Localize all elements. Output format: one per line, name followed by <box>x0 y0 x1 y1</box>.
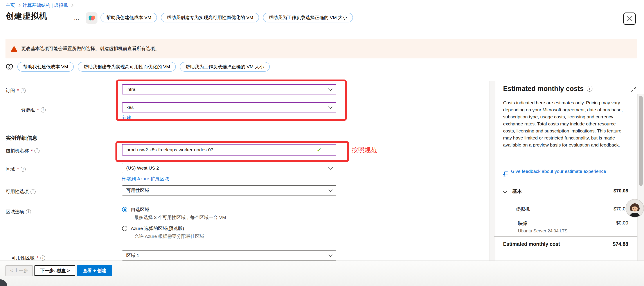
suggest-low-cost-vm-button[interactable]: 帮助我创建低成本 VM <box>17 62 74 72</box>
previous-step-button[interactable]: < 上一步 <box>6 265 33 276</box>
cost-disclaimer: Costs indicated here are estimates only.… <box>503 99 627 148</box>
wizard-footer: < 上一步 下一步: 磁盘 > 查看 + 创建 <box>0 260 644 286</box>
subscription-dropdown[interactable]: infra <box>122 84 336 94</box>
collapse-panel-icon[interactable] <box>630 86 637 93</box>
region-label: 区域 * <box>6 166 26 172</box>
cost-panel-title: Estimated monthly costs <box>503 85 584 93</box>
total-cost-amount: $74.88 <box>613 241 628 247</box>
cost-group-label[interactable]: 基本 <box>512 188 522 195</box>
required-marker: * <box>37 255 38 260</box>
vm-name-label-text: 虚拟机名称 <box>6 148 29 154</box>
deploy-extended-zone-link[interactable]: 部署到 Azure 扩展区域 <box>122 176 169 182</box>
copilot-suggestion-row: 帮助我创建低成本 VM 帮助我创建专为实现高可用性而优化的 VM 帮助我为工作负… <box>6 62 270 72</box>
vm-name-annotation-text: 按照规范 <box>352 146 377 155</box>
chevron-down-icon <box>328 253 333 257</box>
suggest-right-vm-size-button[interactable]: 帮助我为工作负载选择正确的 VM 大小 <box>180 62 270 72</box>
info-icon[interactable] <box>34 148 40 153</box>
info-icon[interactable] <box>587 86 592 92</box>
assistant-avatar[interactable] <box>626 199 644 217</box>
availability-zone-value: 区域 1 <box>126 252 140 258</box>
total-cost-label: Estimated monthly cost <box>503 241 560 247</box>
header-suggestion-buttons: 帮助我创建低成本 VM 帮助我创建专为实现高可用性而优化的 VM 帮助我为工作负… <box>100 13 353 23</box>
cost-group-amount: $70.08 <box>614 188 628 194</box>
zone-option-azure-select-desc: 允许 Azure 根据需要分配最佳区域 <box>134 233 204 239</box>
cost-item-image-label: 映像 <box>518 220 528 227</box>
subscription-value: infra <box>126 87 136 92</box>
create-vm-page: 主页 计算基础结构 | 虚拟机 创建虚拟机 … 帮助我创建低成本 VM 帮助我创… <box>0 0 644 286</box>
next-step-disks-button[interactable]: 下一步: 磁盘 > <box>34 265 75 276</box>
estimate-feedback-link[interactable]: Give feedback about your estimate experi… <box>502 168 625 177</box>
zone-option-azure-select-label: Azure 选择的区域(预览版) <box>131 225 184 231</box>
avatar-face-icon <box>626 199 644 217</box>
expander-chevron-icon[interactable] <box>503 189 507 193</box>
suggest-high-availability-vm-button[interactable]: 帮助我创建专为实现高可用性而优化的 VM <box>78 62 176 72</box>
suggest-right-vm-size-button[interactable]: 帮助我为工作负载选择正确的 VM 大小 <box>263 13 353 23</box>
resource-group-label: 资源组 * <box>21 107 46 113</box>
zone-option-azure-select[interactable]: Azure 选择的区域(预览版) <box>122 225 184 231</box>
required-marker: * <box>31 148 33 153</box>
availability-options-dropdown[interactable]: 可用性区域 <box>122 185 336 195</box>
close-button[interactable] <box>623 13 636 25</box>
breadcrumb-section-link[interactable]: 计算基础结构 | 虚拟机 <box>22 2 68 8</box>
create-new-resource-group-link[interactable]: 新建 <box>122 115 131 121</box>
availability-options-value: 可用性区域 <box>126 187 149 193</box>
chevron-down-icon <box>328 105 332 109</box>
zone-options-label-text: 区域选项 <box>6 209 24 215</box>
radio-selected-icon[interactable] <box>122 207 127 212</box>
warning-text: 更改基本选项可能会重置所做的选择。创建虚拟机前查看所有选项。 <box>21 46 160 52</box>
breadcrumb: 主页 计算基础结构 | 虚拟机 <box>6 2 73 8</box>
page-title: 创建虚拟机 <box>6 11 48 22</box>
chevron-right-icon <box>70 4 74 7</box>
availability-zone-label-text: 可用性区域 <box>12 255 34 261</box>
chevron-down-icon <box>328 165 333 170</box>
subscription-label: 订阅 * <box>6 87 26 94</box>
chevron-down-icon <box>328 87 332 91</box>
instance-details-section-title: 实例详细信息 <box>6 134 37 141</box>
info-icon[interactable] <box>21 88 26 93</box>
required-marker: * <box>37 107 39 112</box>
copilot-icon <box>88 14 96 22</box>
info-icon[interactable] <box>21 167 26 172</box>
chevron-right-icon <box>17 4 21 7</box>
tree-connector <box>9 110 18 110</box>
feedback-bubbles-icon <box>502 171 509 177</box>
info-icon[interactable] <box>26 209 31 214</box>
copilot-outline-icon <box>6 63 14 71</box>
resource-group-value: k8s <box>126 105 134 110</box>
cost-item-vm-label: 虚拟机 <box>516 206 530 213</box>
estimate-feedback-link-text: Give feedback about your estimate experi… <box>511 168 606 175</box>
required-marker: * <box>17 166 19 172</box>
availability-options-label-text: 可用性选项 <box>6 188 29 195</box>
required-marker: * <box>17 88 19 93</box>
panel-scrollbar-thumb[interactable] <box>639 96 643 186</box>
cost-item-image-amount: $0.00 <box>616 220 628 226</box>
warning-banner: 更改基本选项可能会重置所做的选择。创建虚拟机前查看所有选项。 <box>6 39 637 59</box>
availability-options-label: 可用性选项 <box>6 188 36 195</box>
zone-option-self-select-desc: 最多选择 3 个可用性区域，每个区域一台 VM <box>134 214 226 220</box>
radio-unselected-icon[interactable] <box>122 226 127 231</box>
zone-option-self-select-label: 自选区域 <box>131 206 149 213</box>
chevron-down-icon <box>328 188 333 192</box>
tree-connector <box>9 97 9 110</box>
copilot-button[interactable] <box>86 12 98 24</box>
zone-options-label: 区域选项 <box>6 209 31 215</box>
zone-option-self-select[interactable]: 自选区域 <box>122 206 149 213</box>
info-icon[interactable] <box>40 107 46 112</box>
panel-divider <box>494 256 638 256</box>
more-options-button[interactable]: … <box>74 15 80 21</box>
panel-divider <box>494 236 638 237</box>
breadcrumb-home-link[interactable]: 主页 <box>6 2 15 8</box>
info-icon[interactable] <box>40 255 45 260</box>
content-scrollbar-track[interactable] <box>490 81 496 260</box>
review-create-button[interactable]: 查看 + 创建 <box>77 265 112 276</box>
subscription-label-text: 订阅 <box>6 87 15 94</box>
resource-group-dropdown[interactable]: k8s <box>122 102 336 112</box>
suggest-high-availability-vm-button[interactable]: 帮助我创建专为实现高可用性而优化的 VM <box>161 13 259 23</box>
availability-zone-dropdown[interactable]: 区域 1 <box>122 250 336 260</box>
warning-icon <box>11 46 17 52</box>
region-dropdown[interactable]: (US) West US 2 <box>122 163 336 173</box>
info-icon[interactable] <box>30 189 36 194</box>
suggest-low-cost-vm-button[interactable]: 帮助我创建低成本 VM <box>100 13 157 23</box>
cost-item-image-sub: Ubuntu Server 24.04 LTS <box>518 228 568 233</box>
vm-name-input[interactable]: prod-usw2-k8s-freeleaps-worker-nodes-07 … <box>122 144 336 156</box>
